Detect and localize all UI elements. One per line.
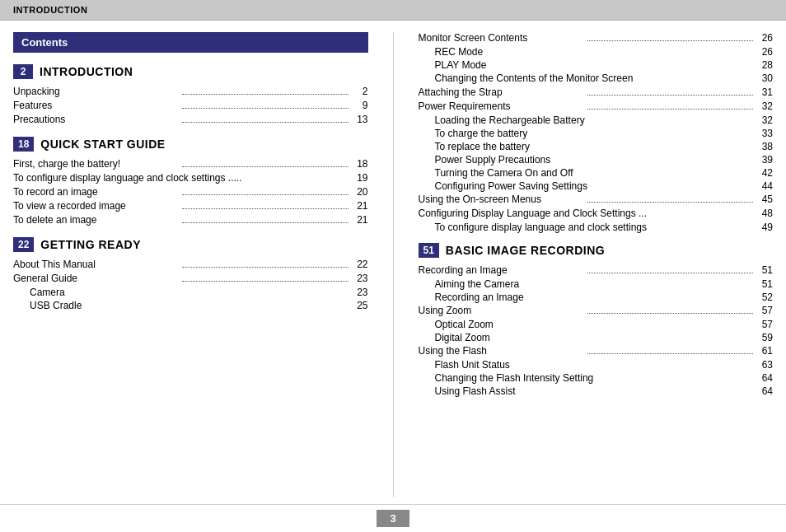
toc-entry-unpacking: Unpacking 2 (13, 86, 368, 97)
toc-entry-configuring-display: Configuring Display Language and Clock S… (419, 208, 774, 219)
section-title-basicrecording: BASIC IMAGE RECORDING (446, 244, 605, 257)
toc-entry-recording-image: Recording an Image 51 (419, 264, 774, 276)
toc-sub-changing-monitor: Changing the Contents of the Monitor Scr… (419, 72, 774, 84)
toc-sub-usb-cradle: USB Cradle 25 (13, 300, 368, 311)
section-quickstart-header: 18 QUICK START GUIDE (13, 137, 368, 152)
toc-sub-rec-mode: REC Mode 26 (419, 46, 774, 58)
toc-sub-play-mode: PLAY Mode 28 (419, 59, 774, 71)
section-number-2: 2 (13, 64, 33, 79)
section-introduction-header: 2 INTRODUCTION (13, 64, 368, 79)
left-column: Contents 2 INTRODUCTION Unpacking 2 Feat… (13, 32, 368, 497)
toc-entry-attaching-strap: Attaching the Strap 31 (419, 86, 774, 98)
toc-entry-delete-image: To delete an image 21 (13, 214, 368, 226)
section-title-gettingready: GETTING READY (40, 238, 141, 251)
section-title-quickstart: QUICK START GUIDE (40, 138, 165, 151)
toc-entry-about-manual: About This Manual 22 (13, 259, 368, 270)
toc-sub-power-saving: Configuring Power Saving Settings 44 (419, 180, 774, 192)
toc-entry-charge-battery: First, charge the battery! 18 (13, 158, 368, 170)
page-wrapper: INTRODUCTION Contents 2 INTRODUCTION Unp… (0, 0, 786, 532)
section-basicrecording-header: 51 BASIC IMAGE RECORDING (419, 243, 774, 258)
toc-entry-using-zoom: Using Zoom 57 (419, 305, 774, 316)
toc-sub-recording-image: Recording an Image 52 (419, 292, 774, 303)
toc-sub-replace-battery: To replace the battery 38 (419, 141, 774, 152)
section-title-introduction: INTRODUCTION (40, 65, 133, 78)
toc-sub-loading-battery: Loading the Rechargeable Battery 32 (419, 114, 774, 126)
toc-sub-optical-zoom: Optical Zoom 57 (419, 319, 774, 330)
bottom-bar: 3 (0, 504, 786, 532)
right-column: Monitor Screen Contents 26 REC Mode 26 P… (419, 32, 774, 497)
toc-entry-using-flash: Using the Flash 61 (419, 345, 774, 357)
section-number-51: 51 (419, 243, 439, 258)
section-number-18: 18 (13, 137, 34, 152)
section-number-22: 22 (13, 237, 34, 252)
contents-header: Contents (13, 32, 368, 53)
toc-entry-monitor-screen: Monitor Screen Contents 26 (419, 32, 774, 44)
top-bar: INTRODUCTION (0, 0, 786, 21)
toc-sub-flash-intensity: Changing the Flash Intensity Setting 64 (419, 372, 774, 384)
toc-entry-record-image: To record an image 20 (13, 186, 368, 198)
toc-entry-onscreen-menus: Using the On-screen Menus 45 (419, 194, 774, 205)
toc-entry-power-requirements: Power Requirements 32 (419, 100, 774, 112)
toc-sub-turning-camera: Turning the Camera On and Off 42 (419, 167, 774, 179)
vertical-divider (393, 32, 394, 497)
toc-sub-flash-unit-status: Flash Unit Status 63 (419, 359, 774, 371)
section-gettingready-header: 22 GETTING READY (13, 237, 368, 252)
toc-entry-features: Features 9 (13, 100, 368, 111)
toc-entry-precautions: Precautions 13 (13, 114, 368, 125)
toc-sub-camera: Camera 23 (13, 287, 368, 298)
toc-entry-general-guide: General Guide 23 (13, 273, 368, 284)
toc-sub-flash-assist: Using Flash Assist 64 (419, 385, 774, 397)
toc-sub-power-supply-precautions: Power Supply Precautions 39 (419, 154, 774, 166)
toc-sub-digital-zoom: Digital Zoom 59 (419, 332, 774, 343)
toc-entry-view-image: To view a recorded image 21 (13, 200, 368, 212)
page-number: 3 (377, 510, 409, 527)
toc-sub-charge-battery: To charge the battery 33 (419, 128, 774, 139)
toc-entry-configure-display: To configure display language and clock … (13, 172, 368, 184)
top-bar-label: INTRODUCTION (13, 5, 87, 15)
main-content: Contents 2 INTRODUCTION Unpacking 2 Feat… (0, 21, 786, 504)
toc-sub-configure-display-clock: To configure display language and clock … (419, 222, 774, 233)
toc-sub-aiming-camera: Aiming the Camera 51 (419, 278, 774, 290)
